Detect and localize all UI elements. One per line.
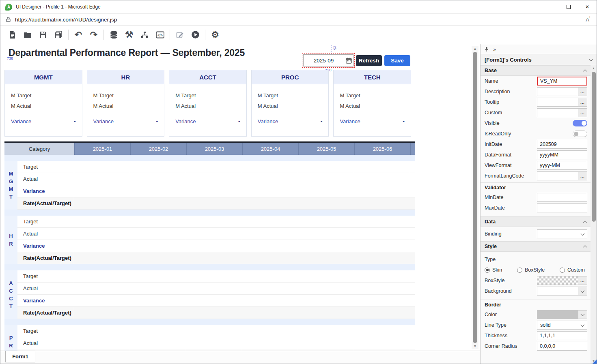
- canvas-vertical-scrollbar[interactable]: ▲ ▼: [472, 46, 478, 349]
- undo-icon[interactable]: ↶: [71, 28, 86, 42]
- linetype-select[interactable]: solid: [537, 321, 587, 330]
- dept-card[interactable]: TECH M Target M Actual Variance -: [333, 70, 411, 137]
- settings-gear-icon[interactable]: ⚙: [207, 28, 223, 42]
- table-row: Target: [17, 161, 415, 173]
- save-report-button[interactable]: Save: [384, 55, 410, 66]
- section-style[interactable]: Style: [481, 241, 591, 252]
- background-dropdown-button[interactable]: [578, 287, 587, 295]
- dept-card[interactable]: MGMT M Target M Actual Variance -: [4, 70, 82, 137]
- panel-vertical-scrollbar[interactable]: ▲ ▼: [591, 65, 597, 364]
- prop-row-description: Description …: [481, 86, 591, 97]
- dept-card-body: M Target M Actual Variance -: [5, 84, 82, 124]
- collapse-panel-icon[interactable]: »: [493, 47, 496, 52]
- panel-header-title: [Form1]'s Controls: [485, 57, 532, 63]
- thickness-field[interactable]: [537, 331, 587, 340]
- card-variance-value: -: [156, 118, 158, 124]
- dept-card[interactable]: PROC M Target M Actual Variance -: [251, 70, 329, 137]
- data-cell: [186, 161, 242, 173]
- scroll-up-icon[interactable]: ▲: [592, 65, 595, 71]
- dataformat-field[interactable]: [537, 150, 587, 159]
- hierarchy-icon[interactable]: [137, 28, 152, 42]
- save-icon[interactable]: [35, 28, 51, 42]
- radio-custom[interactable]: Custom: [560, 267, 585, 273]
- app-window: A UI Designer - Profile 1 - Microsoft Ed…: [0, 0, 597, 364]
- border-color-swatch[interactable]: [537, 310, 578, 319]
- window-resize-grip[interactable]: [593, 360, 597, 364]
- url-bar[interactable]: https://aud.bimatrix.com/AUD/designer.js…: [0, 13, 597, 26]
- data-cell: [186, 252, 242, 264]
- description-more-button[interactable]: …: [578, 87, 587, 96]
- read-aloud-icon[interactable]: A⁾: [586, 17, 590, 23]
- description-field[interactable]: [537, 87, 578, 96]
- scrollbar-thumb[interactable]: [592, 72, 596, 222]
- viewformat-field[interactable]: [537, 161, 587, 170]
- new-document-icon[interactable]: [4, 28, 20, 42]
- binding-select[interactable]: [537, 229, 587, 238]
- run-icon[interactable]: [188, 28, 203, 42]
- section-base[interactable]: Base: [481, 65, 591, 76]
- month-header-cell: 2025-03: [186, 143, 242, 155]
- source-code-icon[interactable]: </>: [152, 28, 168, 42]
- database-icon[interactable]: [106, 28, 121, 42]
- date-picker-control[interactable]: [303, 54, 353, 66]
- name-field[interactable]: [537, 77, 587, 86]
- section-data[interactable]: Data: [481, 216, 591, 227]
- report-title[interactable]: Departmental Performance Report — Septem…: [9, 47, 245, 58]
- calendar-button[interactable]: [344, 54, 353, 66]
- report-table[interactable]: Category 2025-012025-022025-032025-04202…: [4, 141, 415, 351]
- data-cell: [74, 240, 130, 252]
- prop-row-tooltip: Tooltip …: [481, 97, 591, 107]
- prop-row-isreadonly: IsReadOnly: [481, 128, 591, 139]
- dept-card[interactable]: ACCT M Target M Actual Variance -: [169, 70, 247, 137]
- title-bar: A UI Designer - Profile 1 - Microsoft Ed…: [0, 0, 597, 13]
- mindate-field[interactable]: [537, 193, 587, 202]
- data-cell: [74, 228, 130, 240]
- data-cell: [242, 337, 298, 349]
- radio-boxstyle[interactable]: BoxStyle: [517, 267, 545, 273]
- data-cell: [242, 240, 298, 252]
- prop-row-custom: Custom …: [481, 107, 591, 118]
- scrollbar-thumb[interactable]: [473, 52, 477, 343]
- designer-canvas[interactable]: Departmental Performance Report — Septem…: [3, 44, 470, 351]
- close-button[interactable]: ✕: [578, 1, 597, 13]
- radio-selected-icon: [485, 268, 490, 273]
- custom-field[interactable]: [537, 108, 578, 117]
- formatlangcode-field[interactable]: [537, 171, 578, 180]
- dept-card[interactable]: HR M Target M Actual Variance -: [87, 70, 165, 137]
- background-swatch[interactable]: [537, 287, 578, 295]
- table-row: Rate(Actual/Target): [17, 307, 415, 319]
- tooltip-more-button[interactable]: …: [578, 98, 587, 107]
- isreadonly-toggle[interactable]: [573, 131, 587, 137]
- corner-radius-field[interactable]: [537, 342, 587, 351]
- report-table-body: MGMTTargetActualVarianceRate(Actual/Targ…: [4, 155, 415, 351]
- url-text[interactable]: https://aud.bimatrix.com/AUD/designer.js…: [15, 17, 586, 23]
- dept-card-title: PROC: [252, 70, 329, 84]
- refresh-button[interactable]: Refresh: [356, 55, 382, 66]
- panel-header[interactable]: [Form1]'s Controls: [481, 54, 597, 65]
- scroll-down-icon[interactable]: ▼: [473, 343, 477, 349]
- save-all-icon[interactable]: [51, 28, 66, 42]
- boxstyle-more-button[interactable]: …: [578, 276, 587, 285]
- minimize-button[interactable]: —: [541, 1, 559, 13]
- open-folder-icon[interactable]: [20, 28, 35, 42]
- custom-more-button[interactable]: …: [578, 108, 587, 117]
- tab-form1[interactable]: Form1: [5, 351, 35, 362]
- maximize-button[interactable]: [559, 1, 578, 13]
- visible-toggle[interactable]: [573, 120, 587, 126]
- initdate-field[interactable]: [537, 140, 587, 149]
- tools-icon[interactable]: ⚒: [121, 28, 137, 42]
- formatlangcode-more-button[interactable]: …: [578, 171, 587, 180]
- edit-icon[interactable]: [172, 28, 188, 42]
- dept-card-body: M Target M Actual Variance -: [87, 84, 164, 124]
- tooltip-field[interactable]: [537, 98, 578, 107]
- border-color-dropdown-button[interactable]: [578, 310, 587, 319]
- date-input[interactable]: [303, 54, 344, 66]
- pin-icon[interactable]: [484, 47, 489, 52]
- boxstyle-swatch[interactable]: [537, 276, 578, 285]
- redo-icon[interactable]: ↷: [86, 28, 101, 42]
- data-cell-sliver: [410, 252, 415, 264]
- scroll-up-icon[interactable]: ▲: [473, 46, 477, 51]
- radio-skin[interactable]: Skin: [485, 267, 502, 273]
- data-cell: [242, 307, 298, 319]
- maxdate-field[interactable]: [537, 203, 587, 212]
